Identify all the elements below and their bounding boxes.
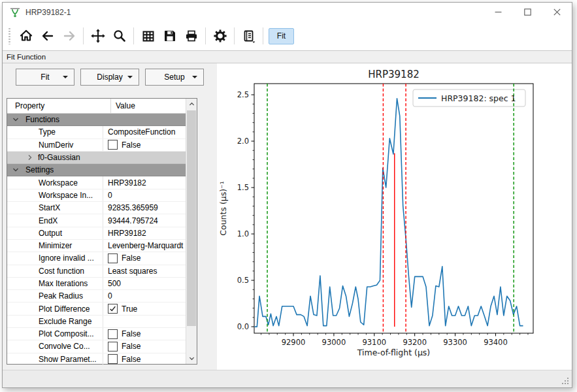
- checkbox[interactable]: [108, 342, 118, 351]
- fit-function-panel: Fit Display Setup Property Value: [3, 63, 217, 370]
- x-tick-label: 92900: [282, 338, 306, 347]
- setup-menu-button[interactable]: Setup: [145, 69, 204, 86]
- close-icon: [553, 8, 561, 16]
- chevron-down-icon: [12, 116, 19, 123]
- x-tick-label: 93000: [322, 338, 346, 347]
- pan-button[interactable]: [88, 27, 108, 46]
- back-button[interactable]: [37, 27, 58, 46]
- row-value-cell[interactable]: False: [103, 328, 186, 340]
- row-value: HRP39182: [108, 178, 146, 188]
- table-header: Property Value: [7, 99, 186, 114]
- checkbox[interactable]: [108, 140, 118, 150]
- configure-subplots-button[interactable]: [138, 27, 158, 46]
- row-label: Minimizer: [7, 241, 103, 250]
- row-value-cell[interactable]: [103, 316, 186, 327]
- row-value-cell[interactable]: CompositeFunction: [103, 126, 186, 138]
- row-value-cell[interactable]: HRP39182: [103, 176, 186, 188]
- table-row-endx[interactable]: EndX93444.795724: [7, 214, 186, 227]
- row-label: Cost function: [7, 267, 103, 276]
- table-row-cost-function[interactable]: Cost functionLeast squares: [7, 265, 186, 278]
- row-value-cell[interactable]: Levenberg-Marquardt: [103, 240, 186, 252]
- table-row-output[interactable]: OutputHRP39182: [7, 227, 186, 240]
- row-value-cell[interactable]: True: [103, 302, 186, 314]
- table-row-numderiv[interactable]: NumDerivFalse: [7, 139, 186, 152]
- plot-canvas[interactable]: HRP391829290093000931009320093300934000.…: [217, 63, 570, 369]
- table-scrollbar[interactable]: [186, 99, 197, 364]
- table-row-settings[interactable]: Settings: [7, 164, 186, 176]
- table-row-max-iterations[interactable]: Max Iterations500: [7, 278, 186, 290]
- y-tick-label: 1.5: [237, 183, 249, 192]
- table-row-convolve-co[interactable]: Convolve Co...False: [7, 340, 186, 353]
- table-row-peak-radius[interactable]: Peak Radius0: [7, 290, 186, 302]
- display-menu-label: Display: [97, 73, 122, 82]
- table-row-exclude-range[interactable]: Exclude Range: [7, 316, 186, 328]
- plot-pane: HRP391829290093000931009320093300934000.…: [217, 63, 572, 370]
- row-value: HRP39182: [108, 229, 146, 238]
- generate-script-button[interactable]: [239, 27, 259, 46]
- checkbox[interactable]: [108, 304, 118, 314]
- zoom-icon: [112, 29, 127, 43]
- scroll-down-button[interactable]: [186, 353, 197, 364]
- row-value-cell[interactable]: 93444.795724: [103, 214, 186, 226]
- chevron-up-icon: [189, 101, 195, 107]
- row-value: CompositeFunction: [108, 127, 175, 137]
- table-row-ignore-invalid[interactable]: Ignore invalid ...False: [7, 252, 186, 265]
- row-label: Show Paramet...: [7, 355, 103, 364]
- title-bar[interactable]: HRP39182-1: [3, 3, 572, 22]
- chevron-down-icon: [63, 76, 68, 78]
- row-value-cell[interactable]: False: [103, 353, 186, 365]
- table-row-workspace[interactable]: WorkspaceHRP39182: [7, 176, 186, 189]
- row-value-cell[interactable]: 500: [103, 278, 186, 289]
- home-button[interactable]: [16, 27, 36, 46]
- row-value-cell[interactable]: False: [103, 340, 186, 352]
- minimize-button[interactable]: [484, 3, 513, 22]
- table-row-startx[interactable]: StartX92835.365959: [7, 202, 186, 214]
- row-value-cell[interactable]: False: [103, 252, 186, 264]
- row-value-cell[interactable]: False: [103, 139, 186, 151]
- print-button[interactable]: [181, 27, 201, 46]
- row-value-cell[interactable]: 0: [103, 290, 186, 302]
- scrollbar-thumb[interactable]: [187, 110, 196, 326]
- maximize-button[interactable]: [513, 3, 542, 22]
- table-row-functions[interactable]: Functions: [7, 114, 186, 126]
- table-row-minimizer[interactable]: MinimizerLevenberg-Marquardt: [7, 240, 186, 252]
- checkbox[interactable]: [108, 329, 118, 339]
- customize-button[interactable]: [210, 27, 230, 46]
- property-column-header: Property: [7, 101, 110, 110]
- display-menu-button[interactable]: Display: [80, 69, 139, 86]
- row-value-cell[interactable]: Least squares: [103, 265, 186, 277]
- y-tick-label: 2.0: [237, 137, 249, 146]
- save-button[interactable]: [159, 27, 180, 46]
- table-row-show-paramet[interactable]: Show Paramet...False: [7, 353, 186, 366]
- back-icon: [41, 29, 55, 43]
- row-value-cell[interactable]: HRP39182: [103, 227, 186, 239]
- y-tick-label: 0.5: [237, 276, 249, 285]
- table-row-type[interactable]: TypeCompositeFunction: [7, 126, 186, 139]
- mantid-logo-icon: [9, 7, 21, 18]
- row-value: False: [122, 329, 140, 338]
- checkbox[interactable]: [108, 354, 118, 364]
- table-row-plot-difference[interactable]: Plot DifferenceTrue: [7, 302, 186, 315]
- row-value: 93444.795724: [108, 216, 158, 225]
- table-row-f0-gaussian[interactable]: f0-Gaussian: [7, 152, 186, 164]
- fit-toggle-button[interactable]: Fit: [269, 28, 294, 44]
- table-row-workspace-in[interactable]: Workspace In...0: [7, 189, 186, 202]
- row-value-cell[interactable]: 0: [103, 189, 186, 201]
- table-row-plot-composit[interactable]: Plot Composit...False: [7, 328, 186, 340]
- forward-button[interactable]: [59, 27, 79, 46]
- x-tick-label: 93300: [443, 338, 467, 347]
- zoom-button[interactable]: [109, 27, 129, 46]
- fit-menu-button[interactable]: Fit: [16, 69, 74, 86]
- row-value-cell[interactable]: 92835.365959: [103, 202, 186, 214]
- chevron-down-icon: [192, 76, 197, 78]
- legend-entry: HRP39182: spec 1: [441, 93, 516, 103]
- row-label: Exclude Range: [7, 317, 103, 326]
- checkbox[interactable]: [108, 253, 118, 263]
- toolbar-drag-handle[interactable]: [8, 27, 11, 44]
- scroll-up-button[interactable]: [186, 99, 197, 110]
- close-button[interactable]: [542, 3, 572, 22]
- resize-grip-icon[interactable]: [561, 377, 569, 385]
- row-label: NumDeriv: [7, 140, 103, 150]
- fit-menu-label: Fit: [41, 73, 49, 82]
- row-label: Ignore invalid ...: [7, 253, 103, 263]
